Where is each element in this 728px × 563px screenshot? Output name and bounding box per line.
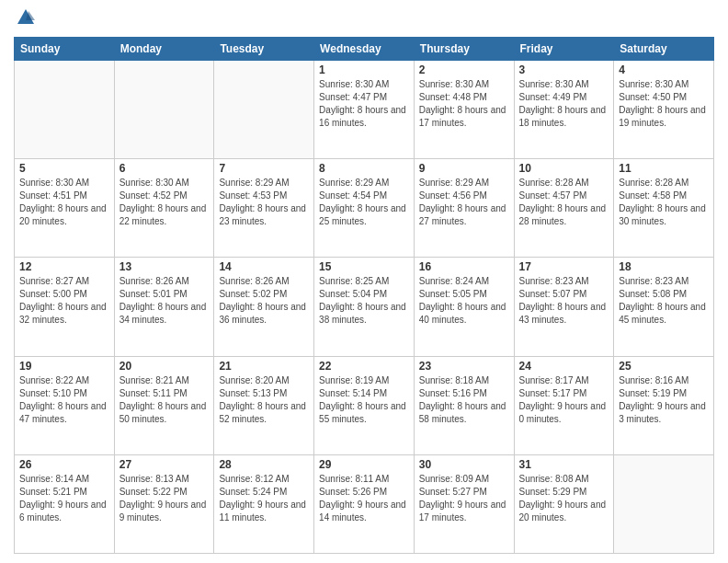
day-info: Sunrise: 8:14 AM Sunset: 5:21 PM Dayligh…: [19, 473, 109, 524]
weekday-header-monday: Monday: [114, 38, 214, 61]
day-info: Sunrise: 8:30 AM Sunset: 4:50 PM Dayligh…: [619, 78, 709, 130]
calendar-cell: 27Sunrise: 8:13 AM Sunset: 5:22 PM Dayli…: [114, 454, 214, 553]
weekday-header-friday: Friday: [514, 38, 614, 61]
weekday-header-saturday: Saturday: [614, 38, 714, 61]
day-info: Sunrise: 8:29 AM Sunset: 4:54 PM Dayligh…: [319, 177, 409, 228]
weekday-header-row: SundayMondayTuesdayWednesdayThursdayFrid…: [15, 38, 714, 61]
calendar-cell: 2Sunrise: 8:30 AM Sunset: 4:48 PM Daylig…: [414, 61, 514, 159]
day-number: 1: [319, 63, 409, 76]
day-info: Sunrise: 8:30 AM Sunset: 4:47 PM Dayligh…: [319, 78, 409, 130]
calendar-cell: 13Sunrise: 8:26 AM Sunset: 5:01 PM Dayli…: [114, 258, 214, 356]
weekday-header-wednesday: Wednesday: [314, 38, 415, 61]
day-number: 13: [119, 260, 210, 273]
calendar-cell: 6Sunrise: 8:30 AM Sunset: 4:52 PM Daylig…: [114, 159, 214, 258]
day-number: 31: [519, 458, 609, 471]
day-info: Sunrise: 8:29 AM Sunset: 4:53 PM Dayligh…: [219, 177, 309, 228]
day-number: 12: [19, 260, 109, 273]
day-info: Sunrise: 8:23 AM Sunset: 5:07 PM Dayligh…: [519, 275, 609, 327]
calendar-cell: [114, 61, 214, 159]
header: [14, 9, 714, 29]
weekday-header-sunday: Sunday: [15, 38, 115, 61]
day-info: Sunrise: 8:20 AM Sunset: 5:13 PM Dayligh…: [219, 374, 309, 426]
calendar-cell: 8Sunrise: 8:29 AM Sunset: 4:54 PM Daylig…: [314, 159, 415, 258]
weekday-header-tuesday: Tuesday: [214, 38, 314, 61]
day-number: 16: [419, 260, 509, 273]
day-info: Sunrise: 8:09 AM Sunset: 5:27 PM Dayligh…: [419, 473, 509, 524]
calendar-cell: 24Sunrise: 8:17 AM Sunset: 5:17 PM Dayli…: [514, 356, 614, 454]
calendar-cell: 7Sunrise: 8:29 AM Sunset: 4:53 PM Daylig…: [214, 159, 314, 258]
logo: [14, 9, 36, 29]
day-number: 6: [119, 162, 210, 175]
calendar-week-row: 19Sunrise: 8:22 AM Sunset: 5:10 PM Dayli…: [15, 356, 714, 454]
day-number: 21: [219, 360, 309, 373]
day-number: 29: [319, 458, 409, 471]
weekday-header-thursday: Thursday: [414, 38, 514, 61]
calendar-cell: 25Sunrise: 8:16 AM Sunset: 5:19 PM Dayli…: [614, 356, 714, 454]
day-info: Sunrise: 8:08 AM Sunset: 5:29 PM Dayligh…: [519, 473, 609, 524]
calendar-cell: 16Sunrise: 8:24 AM Sunset: 5:05 PM Dayli…: [414, 258, 514, 356]
day-number: 8: [319, 162, 409, 175]
calendar-week-row: 12Sunrise: 8:27 AM Sunset: 5:00 PM Dayli…: [15, 258, 714, 356]
day-info: Sunrise: 8:30 AM Sunset: 4:49 PM Dayligh…: [519, 78, 609, 130]
calendar-cell: 11Sunrise: 8:28 AM Sunset: 4:58 PM Dayli…: [614, 159, 714, 258]
day-number: 2: [419, 63, 509, 76]
day-info: Sunrise: 8:30 AM Sunset: 4:48 PM Dayligh…: [419, 78, 509, 130]
calendar-cell: [214, 61, 314, 159]
day-info: Sunrise: 8:26 AM Sunset: 5:01 PM Dayligh…: [119, 275, 210, 327]
calendar-cell: 17Sunrise: 8:23 AM Sunset: 5:07 PM Dayli…: [514, 258, 614, 356]
day-info: Sunrise: 8:17 AM Sunset: 5:17 PM Dayligh…: [519, 374, 609, 426]
day-info: Sunrise: 8:25 AM Sunset: 5:04 PM Dayligh…: [319, 275, 409, 327]
calendar-cell: 3Sunrise: 8:30 AM Sunset: 4:49 PM Daylig…: [514, 61, 614, 159]
day-info: Sunrise: 8:24 AM Sunset: 5:05 PM Dayligh…: [419, 275, 509, 327]
day-info: Sunrise: 8:26 AM Sunset: 5:02 PM Dayligh…: [219, 275, 309, 327]
day-info: Sunrise: 8:27 AM Sunset: 5:00 PM Dayligh…: [19, 275, 109, 327]
calendar-cell: [15, 61, 115, 159]
day-number: 5: [19, 162, 109, 175]
day-number: 10: [519, 162, 609, 175]
calendar-cell: 26Sunrise: 8:14 AM Sunset: 5:21 PM Dayli…: [15, 454, 115, 553]
day-number: 25: [619, 360, 709, 373]
calendar-cell: 31Sunrise: 8:08 AM Sunset: 5:29 PM Dayli…: [514, 454, 614, 553]
day-info: Sunrise: 8:16 AM Sunset: 5:19 PM Dayligh…: [619, 374, 709, 426]
day-number: 18: [619, 260, 709, 273]
day-info: Sunrise: 8:13 AM Sunset: 5:22 PM Dayligh…: [119, 473, 210, 524]
day-number: 19: [19, 360, 109, 373]
day-number: 9: [419, 162, 509, 175]
day-info: Sunrise: 8:21 AM Sunset: 5:11 PM Dayligh…: [119, 374, 210, 426]
day-number: 15: [319, 260, 409, 273]
calendar-cell: 22Sunrise: 8:19 AM Sunset: 5:14 PM Dayli…: [314, 356, 415, 454]
day-info: Sunrise: 8:29 AM Sunset: 4:56 PM Dayligh…: [419, 177, 509, 228]
day-info: Sunrise: 8:23 AM Sunset: 5:08 PM Dayligh…: [619, 275, 709, 327]
calendar-table: SundayMondayTuesdayWednesdayThursdayFrid…: [14, 37, 714, 554]
calendar-cell: [614, 454, 714, 553]
day-number: 28: [219, 458, 309, 471]
calendar-cell: 12Sunrise: 8:27 AM Sunset: 5:00 PM Dayli…: [15, 258, 115, 356]
day-info: Sunrise: 8:22 AM Sunset: 5:10 PM Dayligh…: [19, 374, 109, 426]
day-number: 3: [519, 63, 609, 76]
logo-icon: [16, 7, 36, 28]
day-info: Sunrise: 8:28 AM Sunset: 4:58 PM Dayligh…: [619, 177, 709, 228]
day-number: 26: [19, 458, 109, 471]
day-info: Sunrise: 8:30 AM Sunset: 4:51 PM Dayligh…: [19, 177, 109, 228]
day-number: 27: [119, 458, 210, 471]
day-info: Sunrise: 8:28 AM Sunset: 4:57 PM Dayligh…: [519, 177, 609, 228]
calendar-cell: 23Sunrise: 8:18 AM Sunset: 5:16 PM Dayli…: [414, 356, 514, 454]
calendar-cell: 20Sunrise: 8:21 AM Sunset: 5:11 PM Dayli…: [114, 356, 214, 454]
calendar-cell: 30Sunrise: 8:09 AM Sunset: 5:27 PM Dayli…: [414, 454, 514, 553]
calendar-cell: 28Sunrise: 8:12 AM Sunset: 5:24 PM Dayli…: [214, 454, 314, 553]
day-number: 4: [619, 63, 709, 76]
calendar-cell: 1Sunrise: 8:30 AM Sunset: 4:47 PM Daylig…: [314, 61, 415, 159]
calendar-cell: 19Sunrise: 8:22 AM Sunset: 5:10 PM Dayli…: [15, 356, 115, 454]
day-number: 17: [519, 260, 609, 273]
calendar-week-row: 1Sunrise: 8:30 AM Sunset: 4:47 PM Daylig…: [15, 61, 714, 159]
day-number: 23: [419, 360, 509, 373]
calendar-cell: 18Sunrise: 8:23 AM Sunset: 5:08 PM Dayli…: [614, 258, 714, 356]
calendar-week-row: 5Sunrise: 8:30 AM Sunset: 4:51 PM Daylig…: [15, 159, 714, 258]
calendar-cell: 9Sunrise: 8:29 AM Sunset: 4:56 PM Daylig…: [414, 159, 514, 258]
day-number: 24: [519, 360, 609, 373]
calendar-cell: 14Sunrise: 8:26 AM Sunset: 5:02 PM Dayli…: [214, 258, 314, 356]
page: SundayMondayTuesdayWednesdayThursdayFrid…: [0, 0, 728, 563]
day-info: Sunrise: 8:18 AM Sunset: 5:16 PM Dayligh…: [419, 374, 509, 426]
day-info: Sunrise: 8:30 AM Sunset: 4:52 PM Dayligh…: [119, 177, 210, 228]
day-number: 20: [119, 360, 210, 373]
